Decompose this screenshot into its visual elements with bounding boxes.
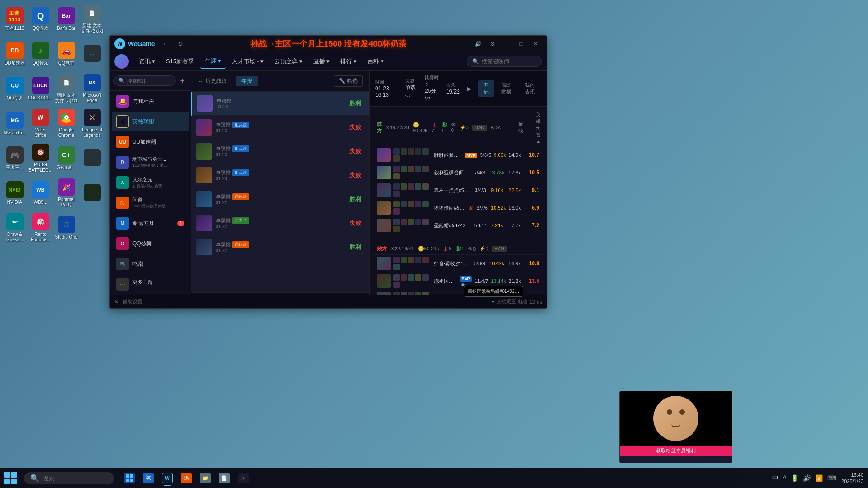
nav-rank[interactable]: 排行▾ — [336, 55, 361, 68]
nav-back-btn[interactable]: ← — [160, 39, 171, 48]
streamer-follow-banner[interactable]: 领取粉丝专属福利 — [620, 446, 732, 456]
desktop-icon-gplus[interactable]: G+ G+加速... — [54, 141, 79, 175]
player-row-2[interactable]: 叙利亚调音师#20087 7/4/3 13.78k 17.6k 10.5 — [373, 164, 543, 182]
desktop-icon-micro[interactable]: MS Microsoft Edge — [80, 72, 104, 106]
desktop-icon-dd[interactable]: DD DD加速器 — [2, 37, 27, 71]
desktop-icon-mg[interactable]: MG MG 3616... — [2, 107, 27, 141]
desktop-icon-blank[interactable]: … — [80, 37, 104, 71]
desktop-icon-qqcar[interactable]: 🚗 QQ电车 — [54, 37, 79, 71]
taskbar-search-input[interactable] — [43, 475, 119, 482]
desktop-icon-lockdol[interactable]: LOCK LOCKDOL... — [28, 72, 53, 106]
nav-shengya[interactable]: 生涯▾ — [200, 54, 226, 69]
nav-search-box[interactable]: 🔍 — [467, 56, 542, 67]
tray-keyboard-icon[interactable]: ⌨ — [826, 473, 838, 483]
desktop-icon-draw[interactable]: ✏ Draw & Guess... — [2, 211, 27, 245]
desktop-icon-wb[interactable]: WB WB$... — [28, 176, 53, 210]
detail-play-btn[interactable]: ▶ — [467, 85, 472, 92]
match-item-7[interactable]: 单双排 崩压法 01-22 胜利 — [191, 235, 369, 259]
taskbar-app-lol[interactable]: ⚔ — [234, 469, 252, 487]
taskbar-search-box[interactable]: 🔍 — [24, 472, 114, 484]
match-item-1[interactable]: 单双排 01-23 胜利 — [191, 92, 369, 116]
desktop-icon-blank2[interactable] — [80, 141, 104, 175]
tray-up-icon[interactable]: ^ — [782, 473, 788, 483]
filter-button[interactable]: 🔧 筛选 — [334, 75, 363, 87]
sidebar-item-qqtaichi[interactable]: Q QQ炫舞 — [112, 234, 189, 253]
desktop-icon-wangzhe[interactable]: 王者1113 王者1113 — [2, 2, 27, 36]
nav-s15[interactable]: S15新赛季 — [161, 55, 198, 68]
detail-tab-my[interactable]: 我的表现 — [519, 80, 541, 97]
item-icon — [393, 201, 400, 207]
taskbar-app-text[interactable]: 📄 — [215, 469, 233, 487]
nav-talents[interactable]: 人才市场●▾ — [227, 55, 268, 68]
sidebar-item-uu[interactable]: UU UU加速器 — [112, 132, 189, 152]
player-row-1[interactable]: 肚肚的爹#36742 MVP 5/3/5 9.66k 14.9k 10.7 — [373, 146, 543, 164]
player-row-l1[interactable]: 抖音·雾牧夕#95891 5/3/9 10.42k 16.9k 10.8 — [373, 255, 543, 272]
player-row-4[interactable]: 塔塔瑞斯#57429 怒 3/7/6 10.52k 16.0k 6.9 — [373, 199, 543, 217]
nav-baike[interactable]: 百科▾ — [363, 55, 388, 68]
match-item-3[interactable]: 单双排 用兵法 01-23 失败 — [191, 140, 369, 164]
taskbar-app-file[interactable]: 📁 — [196, 469, 214, 487]
desktop-icon-qqmusic[interactable]: ♪ QQ音乐 — [28, 37, 53, 71]
nav-search-input[interactable] — [482, 58, 536, 65]
start-button[interactable] — [0, 468, 20, 488]
nav-info[interactable]: 资讯▾ — [134, 55, 160, 68]
desktop-icon-text2[interactable]: 📄 新建 文本文件 (3).txt — [54, 72, 79, 106]
desktop-icon-empty[interactable] — [80, 176, 104, 210]
sidebar-item-aier[interactable]: A 艾尔之光 新春福利版 新技... — [112, 173, 189, 192]
win-audio-btn[interactable]: 🔊 — [472, 39, 484, 48]
tab-total-report[interactable]: 年报 — [236, 76, 258, 86]
nav-refresh-btn[interactable]: ↻ — [175, 39, 186, 48]
player-row-5[interactable]: 圣诞帽#54742 1/4/11 7.21k 7.7k 7.2 — [373, 217, 543, 235]
win-maximize-btn[interactable]: □ — [515, 39, 528, 48]
tray-clock[interactable]: 16:40 2025/1/23 — [841, 472, 863, 485]
desktop-icon-qqgame[interactable]: Q QQ游戏 — [28, 2, 53, 36]
desktop-icon-text[interactable]: 📄 新建 文本文件 (2).txt — [80, 2, 104, 36]
taskbar-app-xunlei[interactable]: 迅 — [177, 469, 195, 487]
desktop-icon-studio[interactable]: 🎵 Studio One — [54, 211, 79, 245]
player-row-3[interactable]: 靠左一点点#68449 3/4/3 9.16k 22.5k 9.1 — [373, 182, 543, 199]
sidebar-search-box[interactable]: 🔍 — [113, 75, 176, 86]
detail-tab-advanced[interactable]: 高阶数据 — [495, 80, 518, 97]
detail-tab-basic[interactable]: 基础 — [478, 80, 494, 97]
match-item-4[interactable]: 单双排 用兵法 01-23 失败 — [191, 164, 369, 188]
sidebar-item-more[interactable]: ⋯ 更多主题· · — [112, 274, 189, 294]
desktop-icon-pubg[interactable]: 🎯 PUBG BATTLEG... — [28, 141, 53, 175]
lose-ban-badge: BAN — [492, 246, 507, 252]
desktop-icon-qq[interactable]: QQ QQ方块 — [2, 72, 27, 106]
sidebar-item-woyouguan[interactable]: 🔔 与我相关 — [112, 91, 189, 111]
nav-user-avatar[interactable] — [114, 54, 129, 69]
win-close-btn[interactable]: ✕ — [529, 39, 542, 48]
sidebar-item-lol[interactable]: ⚔ 英雄联盟 — [112, 112, 189, 131]
win-minimize-btn[interactable]: ─ — [500, 39, 513, 48]
desktop-icon-nvidia[interactable]: NVID NVIDIA — [2, 176, 27, 210]
desktop-icon-chrome[interactable]: Google Chrome — [54, 107, 79, 141]
sidebar-add-btn[interactable]: + — [178, 76, 187, 86]
sidebar-item-wentao[interactable]: 问 问道 2025经典数字大版 — [112, 193, 189, 213]
desktop-icon-barsbar[interactable]: Bar Bar's Bar — [54, 2, 79, 36]
desktop-icon-rento[interactable]: 🎲 Rento Fortune... — [28, 211, 53, 245]
tray-speaker-icon[interactable]: 🔊 — [802, 473, 812, 483]
sidebar-item-dungeon[interactable]: D 地下城与勇士... 115满级扩张：重... — [112, 152, 189, 172]
desktop-icon-pummel[interactable]: 🎉 Pummel Party — [54, 176, 79, 210]
sidebar-search-input[interactable] — [127, 78, 171, 84]
match-item-6[interactable]: 单双排 尽力了 01-22 失败 — [191, 211, 369, 235]
desktop-icon-wps[interactable]: W WPS Office — [28, 107, 53, 141]
desktop-icon-game2[interactable]: 🎮 王者三... — [2, 141, 27, 175]
taskbar-app-win[interactable] — [120, 469, 138, 487]
win-settings-btn[interactable]: ⚙ — [486, 39, 499, 48]
sidebar-item-mingchao[interactable]: 鸣 鸣潮 — [112, 254, 189, 274]
desktop-icon-lol[interactable]: ⚔ League of Legends — [80, 107, 104, 141]
taskbar-app-tencent[interactable]: 腾 — [139, 469, 157, 487]
taskbar-app-wegame[interactable]: W — [158, 469, 176, 487]
nav-yunding[interactable]: 云顶之弈▾ — [270, 55, 307, 68]
tray-network-icon[interactable]: 📶 — [814, 473, 824, 483]
tray-language-icon[interactable]: 中 — [771, 473, 780, 483]
player-avatar-4 — [377, 201, 391, 215]
battle-history-breadcrumb[interactable]: ← 历史战绩 — [198, 77, 227, 85]
tray-battery-icon[interactable]: 🔋 — [789, 473, 800, 483]
player-row-l2[interactable]: 愿祖国繁荣昌盛#81492… SVP 🐟 11/4/7 13.14k 21.8k… — [373, 272, 543, 290]
match-item-5[interactable]: 单双排 崩压法 01-22 胜利 — [191, 188, 369, 211]
match-item-2[interactable]: 单双排 用兵法 01-23 失败 — [191, 116, 369, 140]
nav-live[interactable]: 直播▾ — [309, 55, 334, 68]
sidebar-item-mingyun[interactable]: M 命远方舟 1 — [112, 213, 189, 233]
